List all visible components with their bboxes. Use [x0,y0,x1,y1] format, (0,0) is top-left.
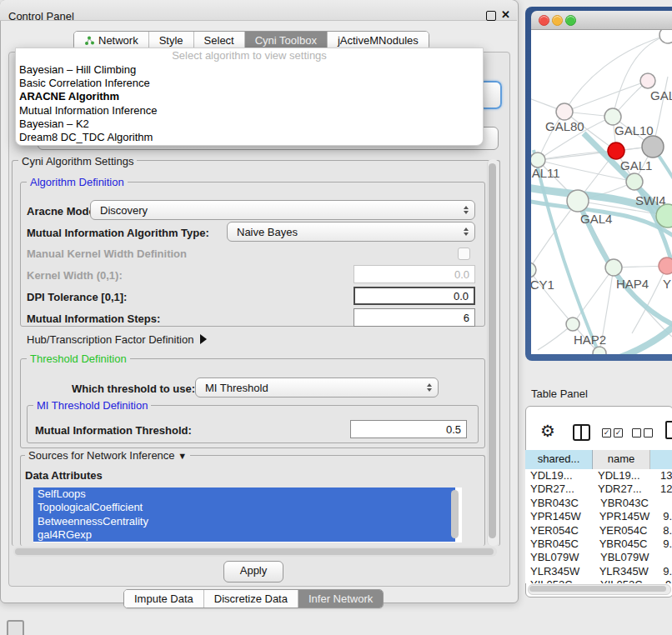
minimize-traffic-icon[interactable] [552,15,563,26]
table-row[interactable]: YBR045CYBR045C9. [525,538,672,551]
column-header-shared[interactable]: shared... [525,450,593,469]
attribute-item-selfloops[interactable]: SelfLoops [33,488,455,501]
network-node-node-salmon[interactable] [659,258,672,274]
table-horizontal-scrollbar-thumb[interactable] [529,586,666,592]
tab-jactivemnodules[interactable]: jActiveMNodules [327,32,429,49]
table-row[interactable]: YER054CYER054C8. [525,524,672,538]
which-threshold-combo[interactable]: MI Threshold [195,378,439,398]
kernel-width-label: Kernel Width (0,1): [27,269,123,282]
mi-steps-input[interactable] [354,308,475,327]
attributes-list-scrollbar[interactable] [451,490,459,538]
algorithm-option-aracne-algorithm[interactable]: ARACNE Algorithm [16,90,483,103]
attribute-item-betweennesscentrality[interactable]: BetweennessCentrality [33,515,455,528]
table-row[interactable]: YPR145WYPR145W9. [525,510,672,523]
table-cell: YLR345W [525,565,593,578]
attribute-item-topologicalcoefficient[interactable]: TopologicalCoefficient [33,501,455,514]
network-node-GCY1[interactable] [531,262,536,278]
network-canvas[interactable]: GALGAL80GAL10GAL1GAL11GAL4SWI4GCY1HAP4YH… [531,30,672,354]
network-node-GAL1[interactable] [608,142,624,159]
which-threshold-label: Which threshold to use: [72,382,195,395]
mi-threshold-group-title: MI Threshold Definition [33,399,151,412]
tab-label: Discretize Data [214,592,288,605]
combo-arrows-icon [461,206,471,214]
select-all-check-icon[interactable]: ✓ [614,428,623,438]
column-header-name[interactable]: name [593,450,650,469]
table-cell: YER054C [593,524,659,538]
sources-title-text: Sources for Network Inference [28,449,175,462]
close-icon[interactable]: ✕ [501,8,510,21]
hub-definition-section[interactable]: Hub/Transcription Factor Definition [27,333,207,346]
network-node-HAP4[interactable] [605,259,622,276]
mi-algorithm-type-combo[interactable]: Naive Bayes [227,222,475,242]
table-cell: YIL052C [525,578,594,583]
manual-kernel-width-label: Manual Kernel Width Definition [27,248,187,260]
network-node-SWI4[interactable] [626,173,643,190]
bottom-tab-discretize-data[interactable]: Discretize Data [203,590,298,608]
algorithm-option-bayesian-hill-climbing[interactable]: Bayesian – Hill Climbing [16,63,483,77]
algorithm-option-dream8-dc-tdc-algorithm[interactable]: Dream8 DC_TDC Algorithm [16,131,483,144]
network-node-label: GCY1 [531,278,554,292]
bottom-tab-infer-network[interactable]: Infer Network [298,590,383,608]
data-attributes-label: Data Attributes [25,469,103,482]
tab-network[interactable]: Network [74,32,148,49]
mi-algorithm-type-value: Naive Bayes [237,226,461,238]
algorithm-dropdown-popup: Select algorithm to view settings Bayesi… [15,48,484,146]
tab-cyni-toolbox[interactable]: Cyni Toolbox [244,32,327,49]
network-node-label: GAL1 [620,158,652,172]
close-traffic-icon[interactable] [539,15,549,26]
manual-kernel-width-checkbox[interactable] [458,248,470,260]
expand-right-icon [200,334,207,344]
zoom-traffic-icon[interactable] [565,15,576,26]
network-node-GAL4[interactable] [567,190,589,212]
table-cell: YBR043C [594,497,660,510]
deselect-all-icon[interactable] [632,428,641,438]
table-cell: YPR145W [593,510,659,523]
tab-select[interactable]: Select [193,32,244,49]
table-cell: YBL079W [525,551,594,564]
kernel-width-input[interactable] [354,265,475,283]
table-cell: YPR145W [525,510,593,523]
network-node-label: GAL80 [545,119,584,133]
table-row[interactable]: YLR345WYLR345W9. [525,565,672,578]
algorithm-option-basic-correlation-inference[interactable]: Basic Correlation Inference [16,77,483,90]
network-node-node-top[interactable] [659,30,672,43]
tab-label: Select [204,34,234,47]
apply-button[interactable]: Apply [223,561,283,582]
aracne-mode-combo[interactable]: Discovery [90,200,475,220]
table-row[interactable]: YBL079WYBL079W [525,551,672,564]
table-cell: 9. [658,565,672,578]
algorithm-option-mutual-information-inference[interactable]: Mutual Information Inference [16,104,483,118]
float-window-icon[interactable] [486,11,496,21]
table-row[interactable]: YDL19...YDL19...13 [525,469,672,482]
table-row[interactable]: YDR27...YDR27...12 [525,482,672,496]
network-node-HAP2[interactable] [566,318,579,331]
settings-vertical-scrollbar-thumb[interactable] [489,163,496,538]
columns-icon[interactable] [573,424,590,441]
network-node-GAL[interactable] [640,73,655,88]
attribute-item-gal4rgexp[interactable]: gal4RGexp [33,528,455,542]
table-rows: YDL19...YDL19...13YDR27...YDR27...12YBR0… [525,469,672,583]
network-node-node-bottom[interactable] [593,347,606,354]
settings-horizontal-scrollbar-thumb[interactable] [15,548,494,555]
column-header-col3[interactable] [650,450,672,469]
panel-corner-icon[interactable] [7,620,24,635]
mi-steps-label: Mutual Information Steps: [27,312,160,325]
export-table-icon[interactable] [665,421,672,439]
mi-threshold-input[interactable] [350,420,467,438]
sources-group-title[interactable]: Sources for Network Inference ▼ [25,449,190,462]
table-cell: YBR043C [525,497,594,510]
tab-label: Impute Data [134,592,193,605]
gear-icon[interactable]: ⚙ [540,421,555,441]
table-row[interactable]: YBR043CYBR043C [525,497,672,510]
table-row[interactable]: YIL052CYIL052C9 [525,578,672,583]
network-node-GAL80[interactable] [556,103,573,120]
table-cell: 9. [658,538,672,551]
network-node-node-gray[interactable] [642,136,664,158]
network-node-GAL10[interactable] [604,108,621,125]
algorithm-option-bayesian-k2[interactable]: Bayesian – K2 [16,118,483,131]
tab-style[interactable]: Style [148,32,193,49]
bottom-tab-impute-data[interactable]: Impute Data [124,590,203,608]
select-all-check-icon[interactable]: ✓ [602,428,611,438]
dpi-tolerance-input[interactable] [354,287,475,305]
deselect-all-icon[interactable] [644,428,653,438]
